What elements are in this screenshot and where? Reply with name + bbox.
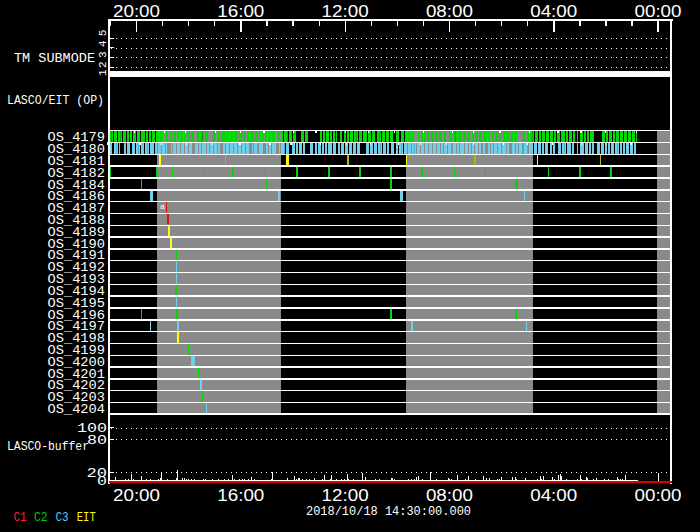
svg-text:C1: C1: [14, 510, 27, 525]
svg-text:4: 4: [97, 40, 109, 47]
svg-text:04:00: 04:00: [530, 487, 577, 504]
svg-text:12:00: 12:00: [322, 487, 369, 504]
svg-text:a: a: [160, 202, 165, 211]
svg-text:LASCO/EIT (OP): LASCO/EIT (OP): [7, 94, 104, 108]
svg-text:2: 2: [97, 61, 109, 68]
svg-text:20:00: 20:00: [113, 487, 160, 504]
svg-text:3: 3: [97, 51, 109, 58]
svg-text:08:00: 08:00: [426, 3, 473, 20]
svg-text:5: 5: [97, 30, 109, 37]
svg-text:80: 80: [87, 433, 107, 448]
svg-text:OS_4204: OS_4204: [48, 402, 106, 417]
svg-text:12:00: 12:00: [322, 3, 369, 20]
svg-text:16:00: 16:00: [217, 3, 264, 20]
svg-text:C2: C2: [34, 510, 48, 525]
svg-text:20:00: 20:00: [113, 3, 160, 20]
svg-text:LASCO-buffer: LASCO-buffer: [7, 440, 89, 454]
svg-text:00:00: 00:00: [635, 3, 682, 20]
svg-text:04:00: 04:00: [530, 3, 577, 20]
svg-text:C3: C3: [55, 510, 68, 525]
svg-text:00:00: 00:00: [635, 487, 682, 504]
svg-text:2018/10/18 14:30:00.000: 2018/10/18 14:30:00.000: [306, 505, 471, 519]
svg-text:0: 0: [97, 474, 107, 489]
svg-text:1: 1: [97, 69, 109, 76]
svg-text:TM SUBMODE: TM SUBMODE: [14, 51, 95, 66]
svg-text:EIT: EIT: [77, 510, 96, 525]
svg-text:16:00: 16:00: [217, 487, 264, 504]
svg-text:08:00: 08:00: [426, 487, 473, 504]
